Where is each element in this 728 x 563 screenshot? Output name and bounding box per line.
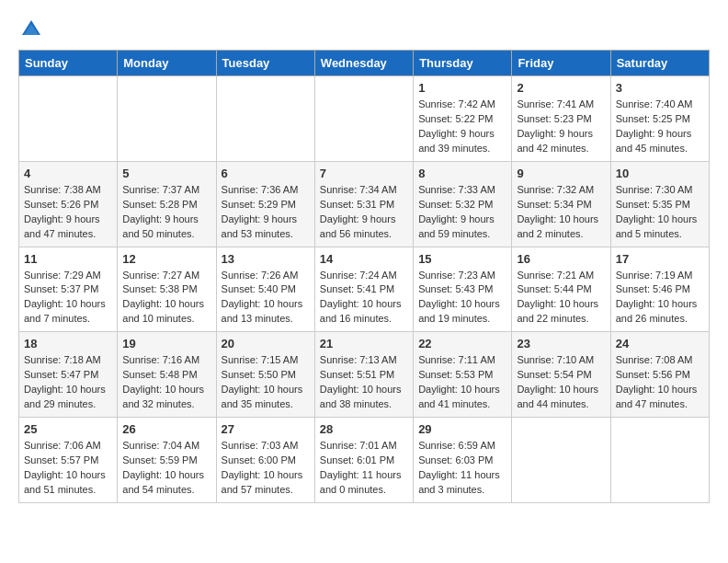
calendar-cell: 17Sunrise: 7:19 AMSunset: 5:46 PMDayligh… (610, 247, 709, 332)
page-header (18, 18, 710, 40)
day-number: 10 (616, 167, 704, 180)
day-number: 6 (222, 167, 310, 180)
calendar-cell: 19Sunrise: 7:16 AMSunset: 5:48 PMDayligh… (118, 332, 216, 418)
day-number: 2 (517, 81, 605, 95)
calendar-cell (314, 76, 413, 162)
day-number: 29 (418, 422, 506, 436)
day-header-friday: Friday (512, 51, 610, 76)
calendar-cell (19, 76, 118, 162)
day-header-wednesday: Wednesday (314, 51, 413, 76)
day-content: Sunrise: 7:06 AMSunset: 5:57 PMDaylight:… (24, 439, 112, 498)
day-number: 16 (517, 252, 605, 266)
day-content: Sunrise: 7:32 AMSunset: 5:34 PMDaylight:… (517, 183, 605, 242)
day-content: Sunrise: 7:23 AMSunset: 5:43 PMDaylight:… (418, 269, 506, 327)
day-number: 11 (24, 252, 112, 266)
calendar-cell: 11Sunrise: 7:29 AMSunset: 5:37 PMDayligh… (19, 247, 118, 332)
calendar-table: SundayMondayTuesdayWednesdayThursdayFrid… (18, 50, 710, 503)
calendar-cell: 20Sunrise: 7:15 AMSunset: 5:50 PMDayligh… (216, 332, 314, 418)
day-content: Sunrise: 7:34 AMSunset: 5:31 PMDaylight:… (320, 183, 408, 242)
day-number: 17 (616, 252, 704, 266)
day-content: Sunrise: 7:08 AMSunset: 5:56 PMDaylight:… (616, 353, 704, 412)
day-header-tuesday: Tuesday (216, 51, 314, 76)
day-number: 22 (418, 337, 506, 350)
day-number: 1 (418, 81, 506, 95)
day-number: 25 (24, 422, 112, 436)
day-number: 27 (222, 422, 310, 436)
calendar-cell: 4Sunrise: 7:38 AMSunset: 5:26 PMDaylight… (19, 161, 118, 247)
calendar-cell: 3Sunrise: 7:40 AMSunset: 5:25 PMDaylight… (610, 76, 709, 162)
day-content: Sunrise: 7:26 AMSunset: 5:40 PMDaylight:… (222, 269, 310, 327)
calendar-cell: 29Sunrise: 6:59 AMSunset: 6:03 PMDayligh… (414, 418, 512, 503)
day-header-thursday: Thursday (414, 51, 512, 76)
day-content: Sunrise: 7:03 AMSunset: 6:00 PMDaylight:… (222, 439, 310, 498)
calendar-cell: 24Sunrise: 7:08 AMSunset: 5:56 PMDayligh… (610, 332, 709, 418)
calendar-cell: 12Sunrise: 7:27 AMSunset: 5:38 PMDayligh… (118, 247, 216, 332)
calendar-cell: 27Sunrise: 7:03 AMSunset: 6:00 PMDayligh… (216, 418, 314, 503)
day-content: Sunrise: 7:01 AMSunset: 6:01 PMDaylight:… (320, 439, 408, 498)
day-content: Sunrise: 7:16 AMSunset: 5:48 PMDaylight:… (122, 353, 210, 412)
day-content: Sunrise: 7:41 AMSunset: 5:23 PMDaylight:… (517, 98, 605, 156)
logo-icon (20, 18, 42, 40)
day-number: 21 (320, 337, 408, 350)
calendar-cell: 16Sunrise: 7:21 AMSunset: 5:44 PMDayligh… (512, 247, 610, 332)
calendar-cell: 23Sunrise: 7:10 AMSunset: 5:54 PMDayligh… (512, 332, 610, 418)
day-number: 3 (616, 81, 704, 95)
week-row-3: 11Sunrise: 7:29 AMSunset: 5:37 PMDayligh… (19, 247, 710, 332)
day-content: Sunrise: 7:30 AMSunset: 5:35 PMDaylight:… (616, 183, 704, 242)
day-number: 18 (24, 337, 112, 350)
day-content: Sunrise: 6:59 AMSunset: 6:03 PMDaylight:… (418, 439, 506, 498)
day-number: 8 (418, 167, 506, 180)
day-number: 9 (517, 167, 605, 180)
calendar-cell: 14Sunrise: 7:24 AMSunset: 5:41 PMDayligh… (314, 247, 413, 332)
day-content: Sunrise: 7:27 AMSunset: 5:38 PMDaylight:… (122, 269, 210, 327)
day-content: Sunrise: 7:37 AMSunset: 5:28 PMDaylight:… (122, 183, 210, 242)
day-number: 24 (616, 337, 704, 350)
day-content: Sunrise: 7:13 AMSunset: 5:51 PMDaylight:… (320, 353, 408, 412)
calendar-cell: 13Sunrise: 7:26 AMSunset: 5:40 PMDayligh… (216, 247, 314, 332)
calendar-cell (216, 76, 314, 162)
day-number: 15 (418, 252, 506, 266)
calendar-cell: 26Sunrise: 7:04 AMSunset: 5:59 PMDayligh… (118, 418, 216, 503)
calendar-cell: 25Sunrise: 7:06 AMSunset: 5:57 PMDayligh… (19, 418, 118, 503)
calendar-cell: 9Sunrise: 7:32 AMSunset: 5:34 PMDaylight… (512, 161, 610, 247)
day-content: Sunrise: 7:38 AMSunset: 5:26 PMDaylight:… (24, 183, 112, 242)
day-content: Sunrise: 7:21 AMSunset: 5:44 PMDaylight:… (517, 269, 605, 327)
day-content: Sunrise: 7:10 AMSunset: 5:54 PMDaylight:… (517, 353, 605, 412)
day-number: 23 (517, 337, 605, 350)
day-number: 14 (320, 252, 408, 266)
day-number: 4 (24, 167, 112, 180)
week-row-5: 25Sunrise: 7:06 AMSunset: 5:57 PMDayligh… (19, 418, 710, 503)
day-header-saturday: Saturday (610, 51, 709, 76)
calendar-cell: 8Sunrise: 7:33 AMSunset: 5:32 PMDaylight… (414, 161, 512, 247)
day-number: 5 (122, 167, 210, 180)
calendar-cell: 10Sunrise: 7:30 AMSunset: 5:35 PMDayligh… (610, 161, 709, 247)
calendar-cell: 5Sunrise: 7:37 AMSunset: 5:28 PMDaylight… (118, 161, 216, 247)
day-content: Sunrise: 7:24 AMSunset: 5:41 PMDaylight:… (320, 269, 408, 327)
calendar-cell: 7Sunrise: 7:34 AMSunset: 5:31 PMDaylight… (314, 161, 413, 247)
day-number: 19 (122, 337, 210, 350)
calendar-cell: 1Sunrise: 7:42 AMSunset: 5:22 PMDaylight… (414, 76, 512, 162)
week-row-4: 18Sunrise: 7:18 AMSunset: 5:47 PMDayligh… (19, 332, 710, 418)
day-content: Sunrise: 7:33 AMSunset: 5:32 PMDaylight:… (418, 183, 506, 242)
day-content: Sunrise: 7:15 AMSunset: 5:50 PMDaylight:… (222, 353, 310, 412)
day-header-monday: Monday (118, 51, 216, 76)
day-content: Sunrise: 7:29 AMSunset: 5:37 PMDaylight:… (24, 269, 112, 327)
day-number: 7 (320, 167, 408, 180)
day-number: 26 (122, 422, 210, 436)
day-content: Sunrise: 7:04 AMSunset: 5:59 PMDaylight:… (122, 439, 210, 498)
week-row-1: 1Sunrise: 7:42 AMSunset: 5:22 PMDaylight… (19, 76, 710, 162)
day-content: Sunrise: 7:36 AMSunset: 5:29 PMDaylight:… (222, 183, 310, 242)
day-content: Sunrise: 7:19 AMSunset: 5:46 PMDaylight:… (616, 269, 704, 327)
calendar-cell (118, 76, 216, 162)
day-number: 20 (222, 337, 310, 350)
calendar-cell: 18Sunrise: 7:18 AMSunset: 5:47 PMDayligh… (19, 332, 118, 418)
day-number: 28 (320, 422, 408, 436)
calendar-cell: 21Sunrise: 7:13 AMSunset: 5:51 PMDayligh… (314, 332, 413, 418)
calendar-cell (512, 418, 610, 503)
day-number: 12 (122, 252, 210, 266)
day-number: 13 (222, 252, 310, 266)
day-content: Sunrise: 7:42 AMSunset: 5:22 PMDaylight:… (418, 98, 506, 156)
calendar-cell (610, 418, 709, 503)
day-header-sunday: Sunday (19, 51, 118, 76)
week-row-2: 4Sunrise: 7:38 AMSunset: 5:26 PMDaylight… (19, 161, 710, 247)
